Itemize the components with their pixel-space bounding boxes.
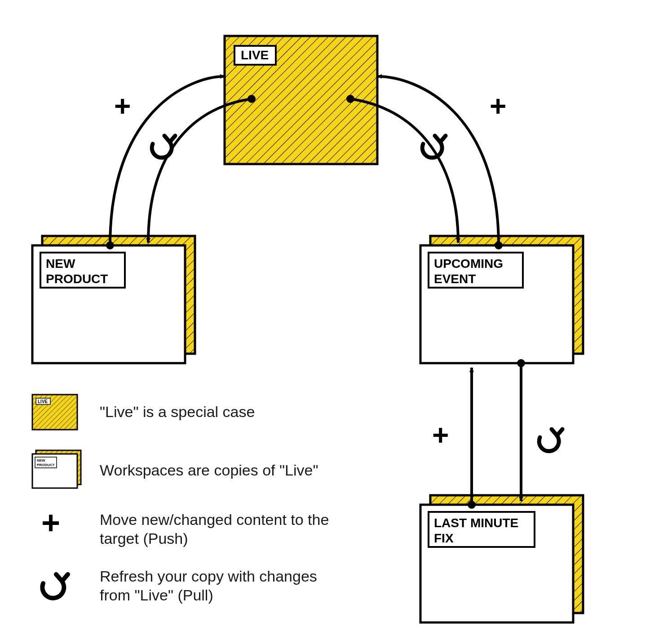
- refresh-icon: [539, 429, 562, 451]
- last-minute-fix-label-1: LAST MINUTE: [434, 516, 518, 530]
- svg-text:NEW: NEW: [37, 458, 45, 462]
- plus-icon: +: [490, 90, 506, 122]
- legend-workspace-mini: NEW PRODUCT: [32, 450, 81, 488]
- legend-item-2: Workspaces are copies of "Live": [100, 462, 318, 479]
- svg-text:LIVE: LIVE: [38, 399, 48, 404]
- legend-item-3b: target (Push): [100, 530, 188, 547]
- upcoming-event-label-1: UPCOMING: [434, 257, 503, 271]
- legend-item-4a: Refresh your copy with changes: [100, 568, 317, 585]
- last-minute-fix-label-2: FIX: [434, 531, 454, 545]
- arrows-vertical: +: [432, 359, 562, 509]
- new-product-label-1: NEW: [46, 257, 75, 271]
- plus-icon: +: [41, 505, 60, 541]
- last-minute-fix-node: LAST MINUTE FIX: [420, 495, 583, 622]
- legend-item-3a: Move new/changed content to the: [100, 511, 329, 528]
- svg-text:PRODUCT: PRODUCT: [37, 463, 55, 467]
- legend-item-4b: from "Live" (Pull): [100, 587, 213, 604]
- refresh-icon: [152, 136, 175, 158]
- new-product-node: NEW PRODUCT: [32, 236, 195, 363]
- plus-icon: +: [432, 419, 449, 451]
- workspace-diagram: LIVE NEW PRODUCT UPCOMING EVENT LAST MIN…: [0, 0, 672, 631]
- legend: LIVE "Live" is a special case NEW PRODUC…: [32, 395, 329, 604]
- upcoming-event-label-2: EVENT: [434, 272, 476, 286]
- upcoming-event-node: UPCOMING EVENT: [420, 236, 583, 363]
- plus-icon: +: [114, 90, 131, 122]
- live-label: LIVE: [241, 48, 269, 62]
- legend-live-mini: LIVE: [32, 395, 77, 430]
- legend-item-1: "Live" is a special case: [100, 403, 255, 420]
- new-product-label-2: PRODUCT: [46, 272, 108, 286]
- refresh-icon: [42, 574, 68, 598]
